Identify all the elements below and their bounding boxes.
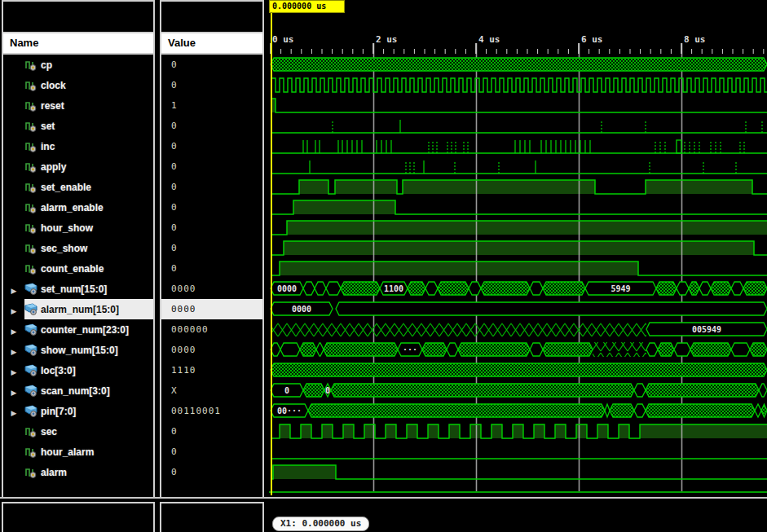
signal-icon [24,99,37,112]
value-cell-clock: 0 [161,75,262,95]
signal-row-hour-show[interactable]: hour_show [3,218,153,238]
signal-value-list: 001000000000000000000000000001110X001100… [161,55,262,482]
signal-row-pin70[interactable]: ▶pin[7:0] [3,401,153,421]
axis-tick-label: 0 us [272,34,294,45]
signal-icon [24,201,37,213]
signal-icon [24,222,37,234]
signal-row-inc[interactable]: inc [3,136,153,156]
expand-arrow-icon[interactable]: ▶ [11,389,17,397]
cursor-marker-box[interactable]: 0.000000 us [269,0,345,13]
signal-row-set-num150[interactable]: ▶set_num[15:0] [3,279,153,299]
value-cell-scan-num30: X [161,380,262,401]
value-cell-count-enable: 0 [161,258,262,279]
signal-icon [24,160,37,173]
bus-icon [24,405,37,417]
signal-name-label: count_enable [41,263,104,275]
svg-text:0: 0 [325,386,330,395]
svg-text:1100: 1100 [384,284,403,293]
value-cell-alarm-enable: 0 [161,197,262,218]
signal-icon [24,59,37,71]
signal-name-label: sec_show [41,243,87,254]
signal-row-alarm[interactable]: alarm [3,462,153,482]
signal-row-reset[interactable]: reset [3,95,153,116]
value-cell-pin70: 00110001 [161,401,262,421]
signal-name-label: inc [41,141,55,152]
signal-row-set[interactable]: set [3,116,153,136]
signal-row-cp[interactable]: cp [3,55,153,75]
signal-name-label: set_enable [41,182,91,193]
value-panel-top-strip [161,2,262,33]
bus-icon [24,283,37,295]
name-panel-bottom-strip [2,502,155,532]
svg-text:00···: 00··· [277,407,302,415]
svg-text:···: ··· [403,345,417,354]
value-cell-sec-show: 0 [161,238,262,258]
expand-arrow-icon[interactable]: ▶ [11,348,17,356]
signal-name-label: scan_num[3:0] [41,385,110,397]
expander-gutter: ▶ [3,282,24,297]
signal-icon [24,262,37,275]
value-cell-hour-show: 0 [161,218,262,238]
signal-row-sec[interactable]: sec [3,421,153,442]
value-cell-inc: 0 [161,136,262,156]
expand-arrow-icon[interactable]: ▶ [11,287,17,295]
expander-gutter: ▶ [3,384,24,398]
value-cell-alarm: 0 [161,462,262,482]
value-cell-loc30: 1110 [161,360,262,380]
value-panel-bottom-strip [160,502,264,532]
axis-tick-label: 6 us [581,34,603,45]
waveform-panel[interactable]: 0000110059490000005949···0000··· 0.00000… [269,0,767,499]
svg-text:0000: 0000 [292,305,311,314]
value-cell-set-enable: 0 [161,177,262,197]
signal-row-alarm-num150[interactable]: ▶alarm_num[15:0] [3,299,153,319]
expand-arrow-icon[interactable]: ▶ [11,307,17,315]
waveform-canvas[interactable]: 0000110059490000005949···0000··· [269,0,767,499]
bus-icon [24,344,37,356]
signal-row-loc30[interactable]: ▶loc[3:0] [3,360,153,380]
signal-name-list: cpclockresetsetincapplyset_enablealarm_e… [3,55,153,482]
signal-name-label: set_num[15:0] [41,284,107,295]
signal-icon [24,120,37,132]
signal-row-show-num150[interactable]: ▶show_num[15:0] [3,340,153,360]
bus-icon [24,323,37,336]
signal-row-apply[interactable]: apply [3,156,153,177]
expander-gutter: ▶ [3,343,24,358]
signal-name-label: sec [41,426,57,437]
svg-text:0000: 0000 [277,284,297,293]
expander-gutter: ▶ [3,323,24,337]
signal-name-label: hour_alarm [41,446,94,458]
signal-row-set-enable[interactable]: set_enable [3,177,153,197]
value-cell-counter-num230: 000000 [161,319,262,340]
expand-arrow-icon[interactable]: ▶ [11,328,17,336]
value-cell-alarm-num150: 0000 [161,299,262,319]
signal-name-label: alarm [41,467,67,478]
expander-gutter: ▶ [3,363,24,378]
signal-row-counter-num230[interactable]: ▶counter_num[23:0] [3,319,153,340]
signal-row-hour-alarm[interactable]: hour_alarm [3,442,153,462]
signal-icon [24,446,37,458]
signal-name-label: alarm_enable [41,202,104,213]
signal-row-scan-num30[interactable]: ▶scan_num[3:0] [3,380,153,401]
name-column-header: Name [3,33,153,55]
expander-gutter: ▶ [3,302,24,317]
signal-name-label: set [41,121,55,132]
expander-gutter: ▶ [3,404,24,419]
signal-icon [24,79,37,91]
signal-name-panel: Name cpclockresetsetincapplyset_enableal… [2,0,155,499]
value-cell-cp: 0 [161,55,262,75]
signal-row-alarm-enable[interactable]: alarm_enable [3,197,153,218]
svg-text:5949: 5949 [611,284,630,293]
signal-icon [24,242,37,254]
signal-row-count-enable[interactable]: count_enable [3,258,153,279]
expand-arrow-icon[interactable]: ▶ [11,409,17,417]
signal-row-sec-show[interactable]: sec_show [3,238,153,258]
axis-tick-label: 4 us [478,34,500,45]
signal-name-label: hour_show [41,222,93,234]
signal-name-label: show_num[15:0] [41,345,118,356]
signal-row-clock[interactable]: clock [3,75,153,95]
x1-cursor-readout: X1: 0.000000 us [272,517,369,531]
name-panel-top-strip [3,2,153,33]
signal-name-label: clock [41,80,66,91]
signal-name-label: alarm_num[15:0] [41,304,119,315]
expand-arrow-icon[interactable]: ▶ [11,368,17,376]
